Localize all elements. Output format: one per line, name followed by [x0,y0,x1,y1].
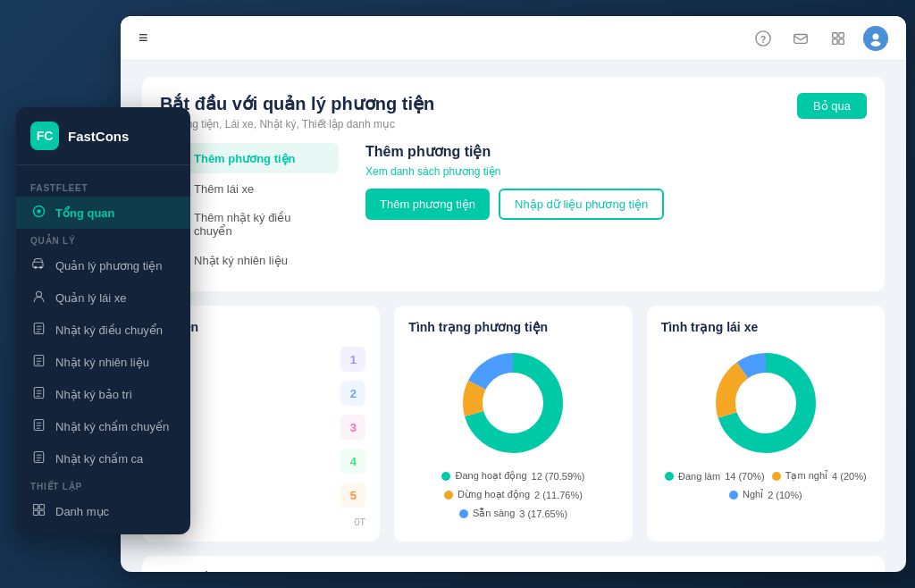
card-vehicle-status: Tình trạng phương tiện [394,306,632,542]
donut-vehicle: Đang hoạt động 12 (70.59%) Dừng hoạt độn… [408,345,617,519]
trip-log-icon [30,418,46,434]
sidebar-logo-text: FastCons [68,129,129,144]
sidebar-item-maintenance-log-label: Nhật ký bảo trì [55,388,132,401]
onboarding-steps: + Thêm phương tiện + Thêm lái xe + Thêm … [160,143,867,275]
svg-rect-2 [794,34,807,43]
sidebar-item-shift-log-label: Nhật ký chấm ca [55,452,143,466]
drivers-icon [30,290,46,306]
sidebar-item-overview-label: Tổng quan [55,206,115,220]
quick-access-title: Truy cập nhanh [160,570,867,572]
donut-driver-chart [708,345,824,461]
number-badge-4: 4 [340,449,365,474]
driver-legend-dot-orange [772,472,781,481]
vehicles-icon [30,257,46,273]
legend-dot-blue [459,509,468,518]
sidebar-item-transfer-log[interactable]: Nhật ký điều chuyển [16,314,190,346]
onboarding-section: Bắt đầu với quản lý phương tiện Phương t… [142,77,885,291]
grid-icon[interactable] [826,26,851,51]
svg-point-22 [39,266,42,269]
fuel-log-icon [30,354,46,370]
overview-icon [30,205,46,221]
quick-access-section: Truy cập nhanh Thêm phương tiện ↗ Thêm n… [142,556,885,572]
svg-rect-29 [33,505,38,509]
sidebar-logo-icon: FC [30,122,59,150]
driver-legend-val-3: 2 (10%) [768,490,802,500]
driver-legend-item-1: Đang làm 14 (70%) [665,470,765,482]
step-content-link[interactable]: Xem danh sách phương tiện [365,165,867,178]
shift-log-icon [30,450,46,466]
number-badge-5: 5 [340,483,365,508]
svg-rect-4 [839,32,844,37]
step-label-1: Thêm phương tiện [194,152,296,165]
svg-rect-6 [839,38,844,43]
svg-text:?: ? [760,33,767,44]
legend-label-3: Sẵn sàng [473,508,515,519]
legend-item-1: Đang hoạt động 12 (70.59%) [441,470,584,482]
legend-dot-orange [444,491,453,500]
sidebar-item-transfer-log-label: Nhật ký điều chuyển [55,323,163,337]
menu-toggle-icon[interactable]: ≡ [139,29,148,47]
sidebar-item-drivers-label: Quản lý lái xe [55,291,127,305]
sidebar-item-catalog-label: Danh mục [55,505,109,518]
top-bar-actions: ? [751,26,888,51]
sidebar-item-maintenance-log[interactable]: Nhật ký bảo trì [16,378,190,410]
svg-point-13 [486,376,540,430]
step-label-3: Thêm nhật ký điều chuyển [194,211,328,238]
help-icon[interactable]: ? [751,26,776,51]
sidebar-item-shift-log[interactable]: Nhật ký chấm ca [16,442,190,475]
cards-row: ng tiện 1 2 3 4 5 [142,306,885,542]
driver-legend-val-2: 4 (20%) [832,471,867,482]
onboarding-title: Bắt đầu với quản lý phương tiện [160,93,867,114]
step-content: Thêm phương tiện Xem danh sách phương ti… [357,143,867,275]
sidebar-item-vehicles-label: Quản lý phương tiện [55,259,162,273]
sidebar-item-fuel-log-label: Nhật ký nhiên liệu [55,356,149,369]
driver-legend-item-3: Nghỉ 2 (10%) [729,489,802,500]
svg-rect-31 [33,510,38,515]
step-label-4: Nhật ký nhiên liệu [194,254,288,267]
sidebar-item-overview[interactable]: Tổng quan [16,197,190,229]
avatar[interactable] [863,26,888,51]
sidebar-item-trip-log[interactable]: Nhật ký chấm chuyến [16,410,190,442]
onboarding-subtitle: Phương tiện, Lái xe, Nhật ký, Thiết lập … [160,118,867,130]
sidebar-section-manage: QUẢN LÝ [16,229,190,249]
svg-rect-3 [833,32,837,37]
svg-point-17 [739,376,793,430]
sidebar-section-setup: THIẾT LẬP [16,475,190,495]
sidebar: FC FastCons FASTFLEET Tổng quan QUẢN LÝ … [16,107,190,534]
sidebar-item-fuel-log[interactable]: Nhật ký nhiên liệu [16,346,190,378]
sidebar-item-catalog[interactable]: Danh mục [16,495,190,527]
skip-button[interactable]: Bỏ qua [797,93,867,119]
sidebar-section-fastfleet: FASTFLEET [16,176,190,197]
step-label-2: Thêm lái xe [194,182,254,196]
mail-icon[interactable] [788,26,813,51]
driver-legend-dot-blue [729,491,738,500]
svg-point-19 [37,209,41,214]
svg-point-8 [873,33,879,39]
driver-legend-val-1: 14 (70%) [725,471,765,482]
svg-point-21 [34,266,37,269]
number-badge-2: 2 [340,381,365,406]
sidebar-logo: FC FastCons [16,122,190,165]
legend-label-1: Đang hoạt động [455,470,526,482]
driver-legend-item-2: Tạm nghỉ 4 (20%) [772,470,867,482]
transfer-log-icon [30,322,46,338]
legend-item-2: Dừng hoạt động 2 (11.76%) [444,489,583,500]
svg-rect-30 [39,505,44,509]
driver-legend-label-1: Đang làm [678,471,720,482]
card-driver-status-title: Tình trạng lái xe [661,320,870,334]
add-vehicle-button[interactable]: Thêm phương tiện [365,189,490,220]
import-data-button[interactable]: Nhập dữ liệu phương tiện [499,189,664,220]
svg-rect-32 [39,510,44,515]
legend-item-3: Sẵn sàng 3 (17.65%) [459,508,567,519]
sidebar-item-vehicles[interactable]: Quản lý phương tiện [16,249,190,281]
sidebar-item-drivers[interactable]: Quản lý lái xe [16,281,190,314]
legend-val-2: 2 (11.76%) [534,490,583,500]
number-badge-1: 1 [340,347,365,372]
donut-driver-legend: Đang làm 14 (70%) Tạm nghỉ 4 (20%) Nghỉ … [661,470,870,500]
sidebar-item-trip-log-label: Nhật ký chấm chuyến [55,420,169,433]
catalog-icon [30,503,46,519]
legend-val-1: 12 (70.59%) [532,471,585,482]
number-badge-3: 3 [340,415,365,440]
step-content-title: Thêm phương tiện [365,143,867,160]
legend-label-2: Dừng hoạt động [458,489,530,500]
